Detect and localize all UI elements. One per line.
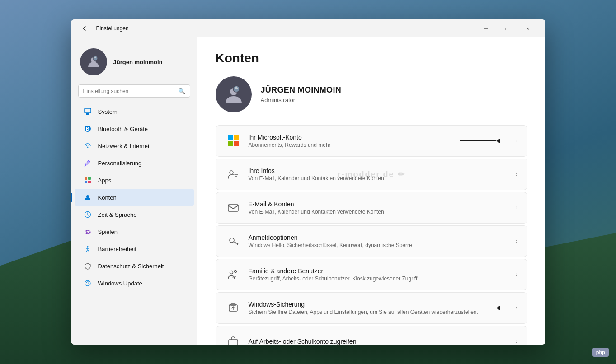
settings-item-work[interactable]: Auf Arbeits- oder Schulkonto zugreifen › [216, 326, 527, 345]
svg-rect-2 [85, 108, 91, 113]
search-box: 🔍 [78, 84, 190, 98]
brush-icon [84, 159, 92, 167]
sidebar-profile: Jürgen moinmoin [71, 41, 197, 84]
arrow-line [460, 140, 496, 141]
settings-item-family[interactable]: Familie & andere Benutzer Gerätezugriff,… [216, 259, 527, 290]
arrow-line-backup [460, 308, 496, 308]
settings-item-content-family: Familie & andere Benutzer Gerätezugriff,… [249, 267, 516, 282]
svg-point-7 [87, 147, 88, 148]
sidebar-item-apps[interactable]: Apps [75, 172, 194, 189]
person-card-icon [225, 166, 241, 182]
search-input[interactable] [83, 88, 174, 94]
svg-line-38 [236, 243, 236, 244]
svg-rect-9 [85, 177, 87, 180]
backup-icon [225, 300, 241, 316]
sidebar-label-accessibility: Barrierefreiheit [98, 246, 136, 252]
svg-point-19 [89, 232, 90, 233]
sidebar-item-accessibility[interactable]: Barrierefreiheit [75, 240, 194, 257]
sidebar: Jürgen moinmoin 🔍 System B Bluetooth & G… [71, 37, 197, 345]
settings-item-desc-your-info: Von E-Mail, Kalender und Kontakten verwe… [249, 175, 516, 182]
chevron-right-icon-signin: › [516, 238, 518, 244]
gaming-icon [84, 228, 92, 236]
back-button[interactable] [78, 22, 91, 35]
settings-item-content-signin: Anmeldeoptionen Windows Hello, Sicherhei… [249, 234, 516, 248]
sidebar-item-privacy[interactable]: Datenschutz & Sicherheit [75, 257, 194, 275]
main-layout: Jürgen moinmoin 🔍 System B Bluetooth & G… [71, 37, 545, 345]
sidebar-item-bluetooth[interactable]: B Bluetooth & Geräte [75, 120, 194, 137]
settings-item-content-your-info: Ihre Infos Von E-Mail, Kalender und Kont… [249, 167, 516, 182]
family-icon [225, 266, 241, 283]
settings-item-desc-email: Von E-Mail, Kalender und Kontakten verwe… [249, 209, 516, 215]
titlebar: Einstellungen ─ □ ✕ [71, 19, 545, 37]
sidebar-label-gaming: Spielen [98, 229, 118, 235]
settings-window: Einstellungen ─ □ ✕ Jürgen moinmoin [71, 19, 545, 345]
sidebar-label-accounts: Konten [98, 194, 117, 201]
work-icon [225, 333, 241, 345]
settings-item-microsoft-account[interactable]: Ihr Microsoft-Konto Abonnements, Rewards… [216, 125, 527, 157]
chevron-right-icon-info: › [516, 171, 518, 177]
arrow-head-backup [496, 306, 500, 310]
clock-icon [84, 210, 92, 219]
chevron-right-icon-backup: › [516, 305, 518, 311]
shield-icon [84, 262, 92, 270]
svg-rect-3 [86, 113, 89, 114]
sidebar-item-gaming[interactable]: Spielen [75, 223, 194, 240]
svg-point-32 [230, 171, 233, 174]
titlebar-controls: ─ □ ✕ [476, 21, 538, 36]
svg-rect-46 [229, 340, 238, 345]
close-button[interactable]: ✕ [517, 21, 538, 36]
svg-line-8 [88, 161, 89, 163]
content-area: Konten JÜRGEN MOINMOIN Administrator [197, 37, 545, 345]
search-icon[interactable]: 🔍 [178, 88, 185, 94]
page-title: Konten [216, 51, 527, 65]
sidebar-label-update: Windows Update [98, 280, 142, 287]
monitor-icon [84, 107, 92, 116]
chevron-right-icon-work: › [516, 338, 518, 345]
settings-item-email[interactable]: E-Mail & Konten Von E-Mail, Kalender und… [216, 192, 527, 224]
settings-item-content-work: Auf Arbeits- oder Schulkonto zugreifen [249, 338, 516, 345]
sidebar-item-update[interactable]: Windows Update [75, 275, 194, 292]
windows-icon [225, 133, 241, 149]
sidebar-label-bluetooth: Bluetooth & Geräte [98, 126, 148, 132]
profile-card-role: Administrator [261, 97, 342, 103]
mail-icon [225, 200, 241, 216]
svg-line-23 [86, 250, 88, 252]
profile-card-name: JÜRGEN MOINMOIN [261, 85, 342, 95]
titlebar-left: Einstellungen [78, 22, 129, 35]
arrow-annotation-backup [460, 306, 500, 310]
maximize-button[interactable]: □ [497, 21, 517, 36]
apps-icon [84, 176, 92, 184]
settings-item-signin[interactable]: Anmeldeoptionen Windows Hello, Sicherhei… [216, 225, 527, 257]
person-icon [84, 193, 92, 201]
settings-item-backup[interactable]: Windows-Sicherung Sichern Sie Ihre Datei… [216, 292, 527, 324]
chevron-right-icon-family: › [516, 271, 518, 278]
settings-item-title-family: Familie & andere Benutzer [249, 267, 516, 275]
chevron-right-icon: › [516, 138, 518, 144]
svg-rect-10 [88, 177, 91, 180]
svg-text:B: B [86, 126, 89, 131]
svg-line-24 [88, 250, 89, 252]
sidebar-label-personalization: Personalisierung [98, 160, 142, 167]
sidebar-item-system[interactable]: System [75, 103, 194, 120]
sidebar-item-personalization[interactable]: Personalisierung [75, 154, 194, 172]
sidebar-item-time[interactable]: Zeit & Sprache [75, 206, 194, 223]
sidebar-item-accounts[interactable]: Konten [75, 189, 194, 206]
svg-point-41 [234, 271, 236, 273]
settings-item-content-email: E-Mail & Konten Von E-Mail, Kalender und… [249, 201, 516, 215]
settings-item-your-info[interactable]: Ihre Infos Von E-Mail, Kalender und Kont… [216, 159, 527, 190]
svg-point-18 [89, 231, 89, 232]
svg-rect-12 [88, 181, 91, 183]
svg-rect-31 [234, 141, 239, 146]
arrow-head [496, 139, 500, 143]
svg-rect-35 [228, 205, 238, 211]
settings-item-title-signin: Anmeldeoptionen [249, 234, 516, 241]
avatar [80, 48, 107, 75]
minimize-button[interactable]: ─ [476, 21, 497, 36]
svg-point-42 [232, 276, 234, 278]
settings-item-desc-family: Gerätezugriff, Arbeits- oder Schulbenutz… [249, 275, 516, 282]
profile-card-avatar [216, 76, 252, 112]
accessibility-icon [84, 245, 92, 253]
sidebar-item-network[interactable]: Netzwerk & Internet [75, 137, 194, 154]
sidebar-label-apps: Apps [98, 177, 112, 184]
svg-line-39 [237, 244, 238, 245]
